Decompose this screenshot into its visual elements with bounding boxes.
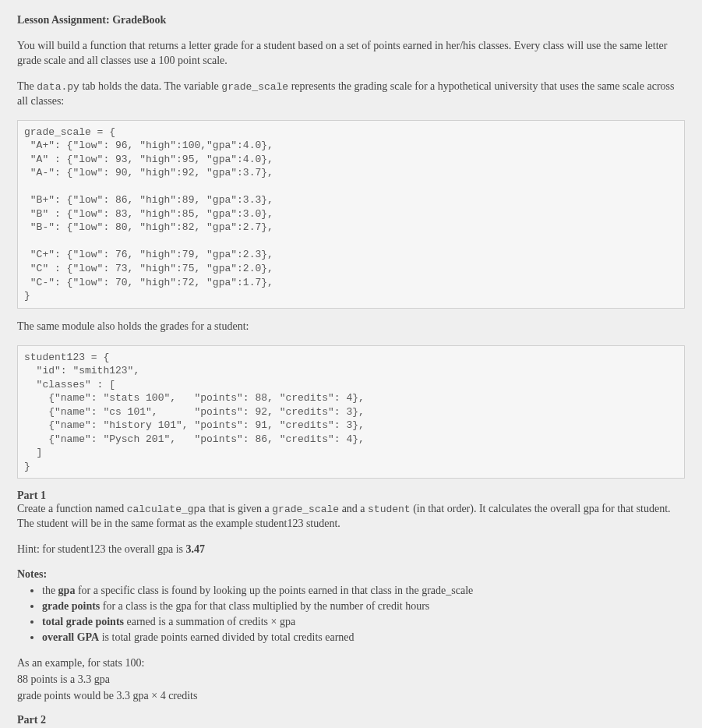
text-fragment: the (42, 585, 58, 596)
text-fragment: that is given a (206, 503, 272, 514)
list-item: the gpa for a specific class is found by… (42, 584, 685, 599)
bold-term: total grade points (42, 616, 124, 627)
bold-term: overall GPA (42, 631, 99, 643)
hint-paragraph: Hint: for student123 the overall gpa is … (17, 542, 685, 557)
list-item: grade points for a class is the gpa for … (42, 599, 685, 614)
bold-term: gpa (58, 585, 76, 596)
list-item: overall GPA is total grade points earned… (42, 631, 685, 645)
notes-heading: Notes: (17, 568, 685, 581)
text-fragment: for a class is the gpa for that class mu… (100, 600, 429, 612)
text-fragment: earned is a summation of credits × gpa (124, 616, 295, 627)
text-fragment: Create a function named (17, 503, 127, 514)
assignment-document: Lesson Assignment: GradeBook You will bu… (0, 0, 702, 728)
example-line-2: 88 points is a 3.3 gpa (17, 673, 685, 687)
intro-paragraph-2: The data.py tab holds the data. The vari… (17, 80, 685, 109)
text-fragment: Hint: for student123 the overall gpa is (17, 543, 186, 555)
notes-list: the gpa for a specific class is found by… (17, 584, 685, 645)
example-line-3: grade points would be 3.3 gpa × 4 credit… (17, 689, 685, 704)
part1-paragraph: Create a function named calculate_gpa th… (17, 502, 685, 532)
mid-paragraph: The same module also holds the grades fo… (17, 320, 685, 334)
text-fragment: for a specific class is found by looking… (75, 585, 473, 596)
hint-value: 3.47 (186, 543, 206, 555)
text-fragment: is total grade points earned divided by … (99, 631, 354, 643)
code-block-grade-scale: grade_scale = { "A+": {"low": 96, "high"… (17, 120, 685, 309)
list-item: total grade points earned is a summation… (42, 615, 685, 630)
text-fragment: The (17, 80, 37, 92)
part1-heading: Part 1 (17, 489, 685, 502)
intro-paragraph-1: You will build a function that returns a… (17, 39, 685, 69)
example-line-1: As an example, for stats 100: (17, 656, 685, 671)
part2-heading: Part 2 (17, 714, 685, 726)
text-fragment: tab holds the data. The variable (79, 80, 221, 92)
lesson-title: Lesson Assignment: GradeBook (17, 14, 685, 27)
code-inline: calculate_gpa (127, 504, 206, 515)
code-inline: grade_scale (221, 81, 288, 93)
text-fragment: and a (339, 503, 368, 514)
code-block-student: student123 = { "id": "smith123", "classe… (17, 345, 685, 479)
code-inline: grade_scale (272, 504, 339, 515)
bold-term: grade points (42, 600, 100, 612)
code-inline: student (368, 504, 411, 515)
code-inline: data.py (37, 81, 79, 93)
